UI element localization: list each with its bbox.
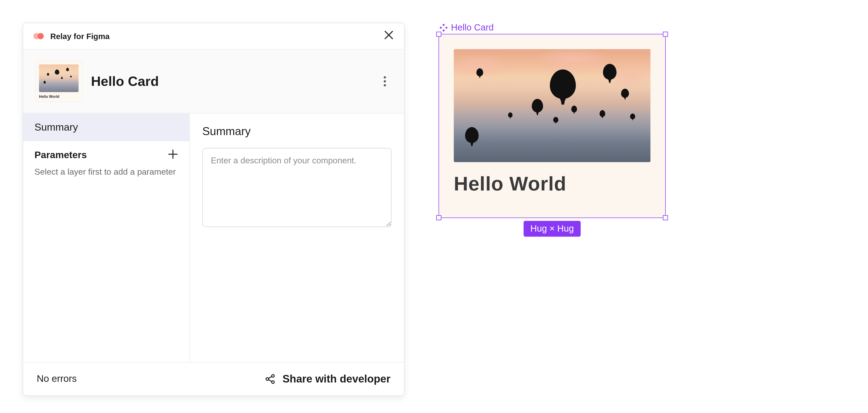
resize-handle-bottom-left[interactable] [436, 215, 441, 221]
component-title: Hello Card [91, 73, 159, 89]
parameters-help-text: Select a layer first to add a parameter [23, 164, 189, 180]
svg-rect-12 [442, 29, 445, 32]
frame-label-row[interactable]: Hello Card [440, 23, 666, 33]
kebab-dot-icon [384, 76, 386, 78]
hello-card-frame[interactable]: Hello World [439, 35, 665, 218]
share-with-developer-button[interactable]: Share with developer [265, 373, 391, 385]
main-column: Summary [190, 114, 404, 362]
svg-point-6 [266, 378, 269, 380]
component-thumbnail: Hello World [36, 61, 82, 102]
svg-line-9 [268, 376, 272, 378]
panel-titlebar: Relay for Figma [23, 23, 404, 50]
titlebar-label: Relay for Figma [51, 32, 110, 41]
parameters-header: Parameters [23, 141, 189, 164]
close-button[interactable] [384, 30, 394, 42]
svg-rect-14 [445, 26, 447, 29]
svg-point-1 [37, 33, 44, 39]
svg-line-10 [268, 380, 272, 382]
more-options-button[interactable] [378, 74, 392, 88]
selection-box[interactable]: Hello World Hug × Hug [438, 34, 666, 218]
tab-summary[interactable]: Summary [23, 114, 189, 141]
thumbnail-image [39, 64, 79, 92]
size-badge: Hug × Hug [524, 221, 581, 237]
resize-handle-top-left[interactable] [436, 32, 441, 37]
relay-panel: Relay for Figma [23, 23, 405, 396]
kebab-dot-icon [384, 84, 386, 87]
component-header-left: Hello World Hello Card [36, 61, 159, 102]
description-input[interactable] [202, 148, 392, 227]
relay-logo-icon [33, 32, 46, 40]
card-title-text[interactable]: Hello World [454, 172, 651, 195]
close-icon [384, 30, 394, 40]
panel-body: Summary Parameters Select a layer first … [23, 114, 404, 362]
resize-handle-top-right[interactable] [663, 32, 668, 37]
svg-point-8 [272, 381, 274, 384]
svg-rect-11 [442, 24, 445, 26]
share-icon [265, 374, 276, 385]
card-image[interactable] [454, 49, 651, 162]
kebab-dot-icon [384, 80, 386, 83]
add-parameter-button[interactable] [168, 149, 178, 162]
component-header: Hello World Hello Card [23, 50, 404, 114]
sidebar: Summary Parameters Select a layer first … [23, 114, 190, 362]
figma-canvas[interactable]: Hello Card [438, 23, 666, 396]
frame-label[interactable]: Hello Card [451, 23, 494, 33]
svg-point-7 [272, 375, 274, 377]
status-text: No errors [37, 374, 77, 385]
share-label: Share with developer [283, 373, 391, 385]
thumbnail-caption: Hello World [39, 94, 79, 98]
titlebar-left: Relay for Figma [33, 32, 110, 41]
panel-footer: No errors Share with developer [23, 362, 404, 395]
component-icon [440, 24, 447, 32]
resize-handle-bottom-right[interactable] [663, 215, 668, 221]
plus-icon [168, 149, 178, 159]
main-heading: Summary [202, 125, 392, 138]
svg-rect-13 [440, 26, 442, 29]
parameters-label: Parameters [35, 150, 87, 161]
